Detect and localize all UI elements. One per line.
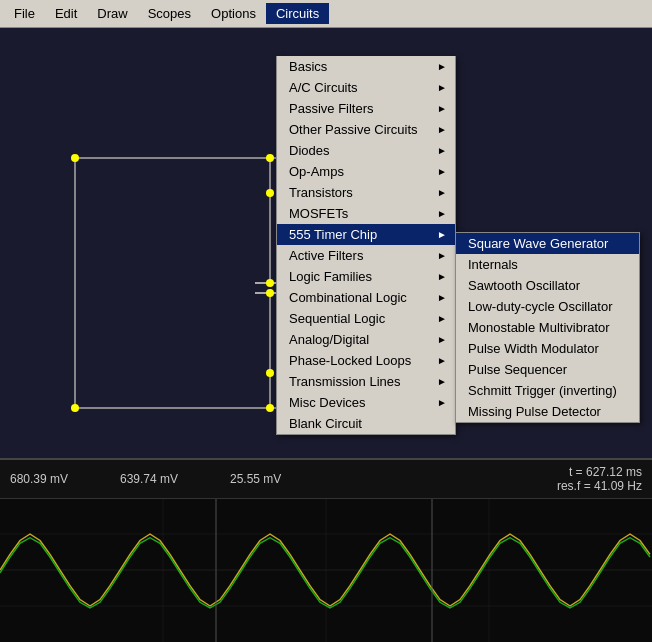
measurement-2: 639.74 mV	[110, 470, 220, 488]
svg-point-17	[266, 154, 274, 162]
measurement-3: 25.55 mV	[220, 470, 330, 488]
freq-display: res.f = 41.09 Hz	[557, 479, 642, 493]
menu-logic-families[interactable]: Logic Families►	[277, 266, 455, 287]
submenu-pwm[interactable]: Pulse Width Modulator	[456, 338, 639, 359]
menu-options[interactable]: Options	[201, 3, 266, 24]
menubar: File Edit Draw Scopes Options Circuits	[0, 0, 652, 28]
menu-active-filters[interactable]: Active Filters►	[277, 245, 455, 266]
menu-sequential[interactable]: Sequential Logic►	[277, 308, 455, 329]
measurement-row: 680.39 mV 639.74 mV 25.55 mV t = 627.12 …	[0, 460, 652, 499]
submenu-square-wave[interactable]: Square Wave Generator	[456, 233, 639, 254]
svg-point-23	[266, 369, 274, 377]
menu-transmission[interactable]: Transmission Lines►	[277, 371, 455, 392]
time-display: t = 627.12 ms	[557, 465, 642, 479]
menu-diodes[interactable]: Diodes►	[277, 140, 455, 161]
circuits-dropdown: Basics► A/C Circuits► Passive Filters► O…	[276, 56, 456, 435]
scope-canvas	[0, 499, 652, 642]
menu-circuits[interactable]: Circuits	[266, 3, 329, 24]
submenu-sequencer[interactable]: Pulse Sequencer	[456, 359, 639, 380]
menu-555-timer[interactable]: 555 Timer Chip►	[277, 224, 455, 245]
svg-point-26	[266, 279, 274, 287]
submenu-internals[interactable]: Internals	[456, 254, 639, 275]
svg-point-27	[266, 289, 274, 297]
menu-misc[interactable]: Misc Devices►	[277, 392, 455, 413]
menu-basics[interactable]: Basics►	[277, 56, 455, 77]
submenu-sawtooth[interactable]: Sawtooth Oscillator	[456, 275, 639, 296]
submenu-missing-pulse[interactable]: Missing Pulse Detector	[456, 401, 639, 422]
measurement-1: 680.39 mV	[0, 470, 110, 488]
menu-scopes[interactable]: Scopes	[138, 3, 201, 24]
svg-point-16	[71, 154, 79, 162]
time-info: t = 627.12 ms res.f = 41.09 Hz	[547, 463, 652, 495]
submenu-monostable[interactable]: Monostable Multivibrator	[456, 317, 639, 338]
scope-area: 680.39 mV 639.74 mV 25.55 mV t = 627.12 …	[0, 458, 652, 642]
submenu-schmitt[interactable]: Schmitt Trigger (inverting)	[456, 380, 639, 401]
submenu-low-duty[interactable]: Low-duty-cycle Oscillator	[456, 296, 639, 317]
menu-analog-digital[interactable]: Analog/Digital►	[277, 329, 455, 350]
circuit-canvas: 15 uF 100 Basics► A/C Circuits► Passive …	[0, 28, 652, 458]
menu-other-passive[interactable]: Other Passive Circuits►	[277, 119, 455, 140]
menu-transistors[interactable]: Transistors►	[277, 182, 455, 203]
menu-blank[interactable]: Blank Circuit	[277, 413, 455, 434]
waveform-svg	[0, 499, 652, 642]
menu-ac-circuits[interactable]: A/C Circuits►	[277, 77, 455, 98]
menu-file[interactable]: File	[4, 3, 45, 24]
menu-op-amps[interactable]: Op-Amps►	[277, 161, 455, 182]
menu-edit[interactable]: Edit	[45, 3, 87, 24]
menu-pll[interactable]: Phase-Locked Loops►	[277, 350, 455, 371]
menu-combinational[interactable]: Combinational Logic►	[277, 287, 455, 308]
timer555-submenu: Square Wave Generator Internals Sawtooth…	[455, 232, 640, 423]
menu-draw[interactable]: Draw	[87, 3, 137, 24]
svg-point-19	[71, 404, 79, 412]
svg-point-22	[266, 189, 274, 197]
menu-mosfets[interactable]: MOSFETs►	[277, 203, 455, 224]
svg-point-20	[266, 404, 274, 412]
menu-passive-filters[interactable]: Passive Filters►	[277, 98, 455, 119]
